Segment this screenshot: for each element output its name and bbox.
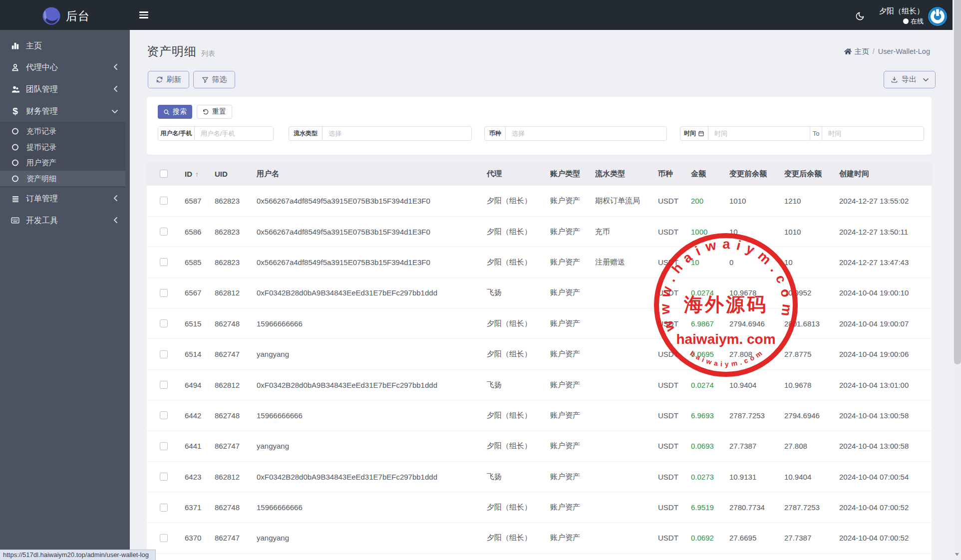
svg-text:haiwaiym. com: haiwaiym. com <box>676 331 775 347</box>
svg-text:haiwaiym.com: haiwaiym.com <box>688 347 765 368</box>
svg-text:海外源码: 海外源码 <box>683 294 768 315</box>
svg-text:www.haiwaiym.com: www.haiwaiym.com <box>657 237 795 334</box>
